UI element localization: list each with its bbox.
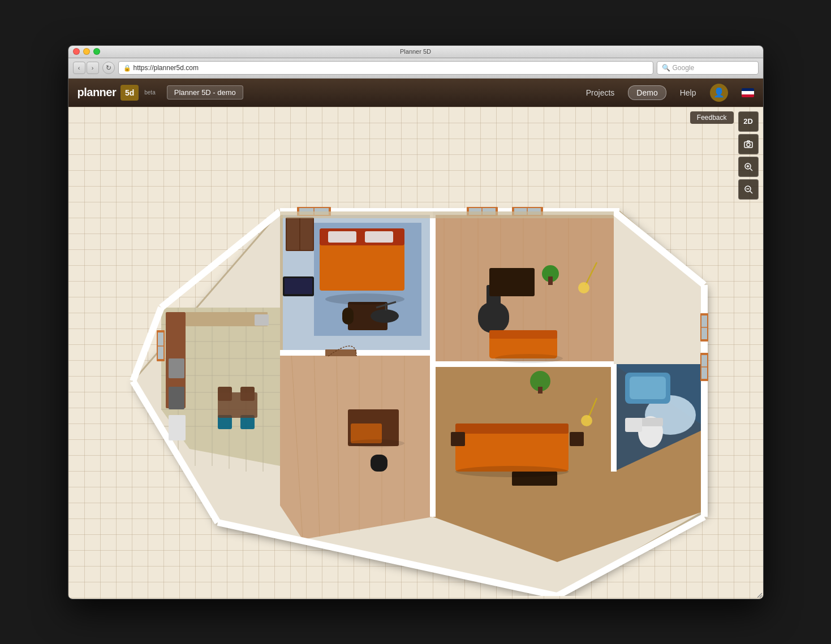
url-text: https://planner5d.com — [134, 64, 199, 72]
zoom-out-icon — [743, 184, 754, 195]
back-button[interactable]: ‹ — [73, 62, 85, 74]
view-2d-button[interactable]: 2D — [738, 111, 759, 132]
logo-text: planner — [77, 86, 117, 99]
right-toolbar: 2D — [738, 111, 759, 200]
svg-rect-81 — [328, 231, 356, 243]
svg-point-98 — [578, 282, 589, 293]
svg-rect-109 — [218, 392, 257, 418]
url-bar[interactable]: 🔒 https://planner5d.com — [118, 61, 653, 75]
search-placeholder: Google — [673, 64, 695, 72]
svg-rect-90 — [478, 302, 509, 333]
traffic-lights — [73, 48, 100, 55]
floorplan-svg — [105, 110, 727, 596]
svg-line-137 — [760, 595, 762, 598]
svg-line-136 — [757, 593, 762, 598]
beta-badge: beta — [144, 89, 155, 96]
close-button[interactable] — [73, 48, 80, 55]
language-flag[interactable] — [742, 88, 754, 97]
app-navbar: planner 5d beta Planner 5D - demo Projec… — [68, 79, 763, 107]
logo-area: planner 5d beta — [77, 85, 156, 101]
svg-point-133 — [371, 309, 399, 323]
address-bar: ‹ › ↻ 🔒 https://planner5d.com 🔍 Google — [68, 58, 763, 79]
main-canvas[interactable]: Feedback 2D — [68, 107, 763, 599]
help-link[interactable]: Help — [680, 88, 696, 97]
svg-rect-102 — [169, 358, 184, 378]
svg-rect-96 — [548, 276, 553, 285]
search-bar[interactable]: 🔍 Google — [657, 61, 759, 75]
nav-links: Projects Demo Help 👤 — [586, 84, 754, 102]
svg-rect-87 — [300, 218, 313, 250]
screenshot-button[interactable] — [738, 134, 759, 154]
logo-box: 5d — [120, 85, 139, 101]
svg-rect-89 — [285, 278, 312, 294]
svg-rect-111 — [371, 455, 387, 472]
svg-line-3 — [750, 168, 752, 171]
user-avatar[interactable]: 👤 — [710, 84, 728, 102]
svg-rect-82 — [365, 231, 393, 243]
svg-marker-128 — [433, 211, 614, 218]
svg-rect-119 — [538, 387, 542, 394]
svg-point-121 — [581, 415, 592, 426]
resize-handle[interactable] — [755, 591, 762, 598]
svg-rect-84 — [342, 308, 354, 325]
project-name-button[interactable]: Planner 5D - demo — [167, 85, 243, 100]
svg-marker-127 — [280, 211, 433, 218]
search-icon: 🔍 — [662, 64, 670, 72]
floorplan-container — [68, 107, 763, 599]
svg-rect-86 — [287, 218, 299, 250]
svg-rect-93 — [489, 330, 557, 339]
forward-button[interactable]: › — [87, 62, 99, 74]
zoom-out-button[interactable] — [738, 179, 759, 200]
zoom-in-icon — [743, 162, 754, 172]
demo-link[interactable]: Demo — [628, 85, 666, 100]
window-title: Planner 5D — [400, 48, 431, 55]
svg-rect-101 — [255, 314, 269, 326]
svg-rect-115 — [451, 432, 465, 446]
svg-rect-123 — [630, 377, 666, 399]
title-bar: Planner 5D — [68, 46, 763, 58]
svg-line-7 — [750, 191, 752, 193]
reload-button[interactable]: ↻ — [102, 62, 115, 74]
svg-rect-94 — [489, 268, 535, 296]
maximize-button[interactable] — [93, 48, 100, 55]
camera-icon — [743, 139, 754, 149]
svg-rect-114 — [455, 423, 569, 434]
zoom-in-button[interactable] — [738, 157, 759, 177]
svg-point-130 — [495, 354, 563, 363]
feedback-button[interactable]: Feedback — [690, 111, 734, 124]
svg-rect-126 — [625, 418, 642, 432]
minimize-button[interactable] — [83, 48, 90, 55]
secure-icon: 🔒 — [123, 64, 131, 72]
nav-buttons: ‹ › — [73, 62, 99, 74]
svg-point-131 — [348, 439, 404, 447]
svg-rect-116 — [570, 432, 584, 446]
projects-link[interactable]: Projects — [586, 88, 615, 97]
svg-point-1 — [747, 143, 750, 146]
svg-rect-104 — [169, 415, 186, 440]
svg-rect-78 — [325, 349, 356, 356]
svg-rect-103 — [169, 387, 184, 409]
mac-window: Planner 5D ‹ › ↻ 🔒 https://planner5d.com… — [68, 45, 764, 599]
svg-point-132 — [455, 466, 569, 477]
